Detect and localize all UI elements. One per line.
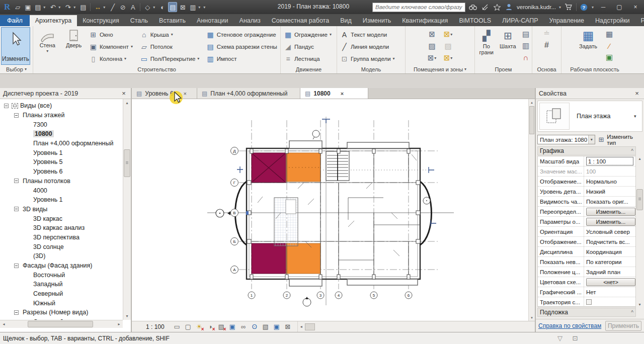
property-row[interactable]: Цветовая схе... <нет> — [538, 277, 635, 287]
tab-manage[interactable]: Управление — [544, 15, 590, 26]
room-separator-button[interactable]: ⊠▾ — [442, 29, 454, 40]
collapse-icon[interactable] — [14, 113, 19, 118]
user-name[interactable]: veronika.kudr... — [517, 4, 556, 10]
scroll-thumb[interactable] — [529, 106, 534, 134]
tab-structure[interactable]: Конструкция — [77, 15, 125, 26]
section-graphics[interactable]: Графика — [537, 146, 636, 155]
model-line-button[interactable]: ╱ Линия модели — [339, 41, 403, 52]
property-row[interactable]: Графический ... Нет — [538, 287, 635, 297]
browser-horizontal-scrollbar[interactable]: ◂ ▸ — [0, 320, 123, 328]
property-row[interactable]: Траектория с... — [538, 297, 635, 307]
scroll-up-icon[interactable]: ▴ — [529, 99, 535, 106]
tree-item-view[interactable]: Восточный — [0, 270, 123, 280]
property-value[interactable]: Условный север — [584, 229, 635, 235]
save-icon[interactable]: ▣ — [23, 2, 32, 12]
property-value[interactable]: Нет — [584, 289, 635, 295]
scroll-thumb[interactable] — [636, 189, 643, 210]
property-row[interactable]: Видимость ча... Показать ориг... — [538, 197, 635, 207]
edit-type-button[interactable]: ⊞ Изменить тип — [597, 134, 642, 146]
shaft-button[interactable]: ⊞ Шахта — [498, 28, 518, 65]
property-value[interactable]: Нормально — [584, 179, 635, 185]
railing-button[interactable]: ▦ Ограждение ▾ — [283, 29, 335, 40]
section-underlay[interactable]: Подложка — [537, 308, 636, 317]
type-dropdown-icon[interactable]: ▾ — [634, 114, 642, 119]
restore-button[interactable]: ▢ — [613, 2, 626, 12]
properties-help-link[interactable]: Справка по свойствам — [538, 322, 601, 329]
edit-workplane-button[interactable]: ∕ — [603, 40, 615, 51]
sun-path-checkbox[interactable] — [586, 299, 592, 305]
stamp-caret-icon[interactable]: ▾ — [43, 5, 47, 10]
canvas-horizontal-scrollbar[interactable]: ◂ — [297, 321, 535, 332]
show-crop-region-icon[interactable]: ▣ — [227, 322, 237, 331]
type-selector-caret-icon[interactable]: ▾ — [588, 135, 595, 144]
tree-item-views[interactable]: Виды (все) — [0, 101, 123, 111]
favorites-star-icon[interactable] — [493, 3, 502, 12]
view-tab-level6[interactable]: ▤ Уровень 6 × — [132, 88, 197, 99]
view-scale-button[interactable]: 1 : 100 — [132, 323, 172, 330]
browser-vertical-scrollbar[interactable]: ▴ ▾ — [123, 99, 131, 320]
help-caret-icon[interactable]: ▾ — [592, 5, 594, 10]
crop-view-off-icon[interactable]: ▧ — [216, 322, 226, 331]
model-group-button[interactable]: ⊡ Группа модели ▾ — [339, 53, 403, 64]
scroll-thumb[interactable] — [305, 323, 315, 330]
component-button[interactable]: ▣ Компонент ▾ — [88, 41, 137, 52]
canvas-vertical-scrollbar[interactable]: ▴ ▾ — [528, 99, 535, 321]
tree-item-view[interactable]: Уровень 1 — [0, 148, 123, 157]
tab-insert[interactable]: Вставить — [153, 15, 191, 26]
search-input[interactable] — [372, 3, 465, 12]
mullion-button[interactable]: ▥ Импост — [205, 53, 278, 64]
tab-quantification[interactable]: Квантификация — [396, 15, 453, 26]
collapse-icon[interactable] — [14, 264, 19, 268]
undo-icon[interactable]: ↶ — [48, 2, 57, 12]
tree-item-view[interactable]: План +4,000 оформленный — [0, 139, 123, 148]
tab-view[interactable]: Вид — [335, 15, 357, 26]
tree-item-ceiling-plans[interactable]: Планы потолков — [0, 177, 123, 186]
visual-style-icon[interactable]: ▭ — [172, 322, 182, 331]
property-row[interactable]: Уровень дета... Низкий — [538, 187, 635, 197]
minimize-button[interactable]: ─ — [597, 2, 610, 12]
temporary-hide-isolate-icon[interactable]: ∞ — [238, 322, 249, 331]
grid-button[interactable]: # — [541, 40, 553, 51]
detail-level-icon[interactable]: ▢ — [183, 322, 193, 331]
tree-item-view[interactable]: Западный — [0, 280, 123, 289]
tree-item-view[interactable]: 3D каркас анализ — [0, 223, 123, 233]
area-boundary-button[interactable]: ⊠▾ — [426, 52, 438, 63]
scroll-down-icon[interactable]: ▾ — [123, 312, 131, 320]
property-row[interactable]: Отображение... Нормально — [538, 177, 635, 187]
tag-area-button[interactable]: ⊠▾ — [442, 52, 454, 63]
room-orange-bottom[interactable] — [286, 243, 320, 274]
tree-item-view[interactable]: 3D солнце — [0, 242, 123, 251]
communication-center-icon[interactable] — [480, 3, 490, 12]
level-button[interactable]: ≐ — [541, 28, 553, 39]
tag-icon[interactable]: ⊘ — [118, 2, 127, 12]
analytical-model-icon[interactable]: ▣ — [272, 322, 282, 331]
property-row[interactable]: Положение ц... Задний план — [538, 267, 635, 277]
print-icon[interactable]: ▤ — [78, 2, 88, 12]
scroll-down-icon[interactable]: ▾ — [529, 314, 535, 321]
model-text-button[interactable]: A Текст модели — [339, 29, 403, 40]
switch-windows-icon[interactable]: ▥ — [188, 2, 197, 12]
tree-item-view[interactable]: Южный — [0, 298, 123, 308]
floor-button[interactable]: ▭ Пол/Перекрытие ▾ — [139, 53, 203, 64]
property-row[interactable]: Ориентация Условный север — [538, 227, 635, 237]
text-icon[interactable]: A — [128, 2, 137, 12]
tree-item-sections[interactable]: Разрезы (Номер вида) — [0, 308, 123, 317]
collapse-icon[interactable] — [14, 310, 19, 315]
sun-path-off-icon[interactable]: ☀ — [194, 322, 204, 331]
show-workplane-button[interactable]: ▦ — [603, 29, 615, 40]
view-tab-plan4000[interactable]: ▤ План +4,000 оформленный — [197, 88, 300, 99]
property-value[interactable]: Координация — [584, 249, 635, 255]
select-elements-icon[interactable]: ⊡ — [570, 334, 580, 343]
roof-button[interactable]: ⌂ Крыша ▾ — [139, 29, 203, 40]
reveal-hidden-elements-icon[interactable]: ʘ — [250, 322, 260, 331]
panel-select-label[interactable]: Выбор ▾ — [0, 65, 33, 73]
scroll-left-icon[interactable]: ◂ — [298, 324, 305, 329]
properties-vertical-scrollbar[interactable]: ▴ ▾ — [635, 155, 643, 308]
apply-button[interactable]: Применить — [605, 321, 641, 331]
close-icon[interactable]: × — [120, 90, 128, 97]
curtain-system-button[interactable]: ▦ Стеновое ограждение — [205, 29, 278, 40]
tree-item-view[interactable]: (3D) — [0, 251, 123, 261]
property-value[interactable]: По категории — [584, 259, 635, 265]
set-workplane-button[interactable]: ▦ Задать — [575, 28, 601, 65]
property-value[interactable]: Низкий — [584, 189, 635, 195]
